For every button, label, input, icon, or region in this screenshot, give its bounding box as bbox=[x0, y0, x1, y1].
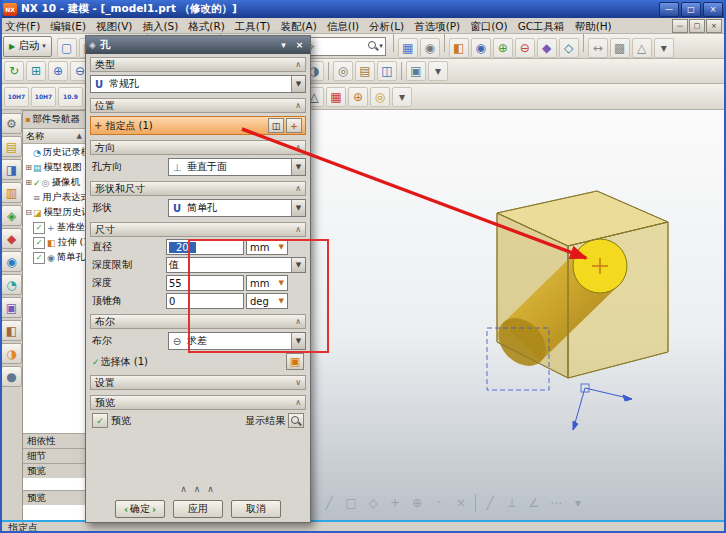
dropdown-arrow-icon[interactable]: ▼ bbox=[291, 333, 305, 349]
search-dropdown-icon[interactable]: ▾ bbox=[379, 42, 383, 50]
tree-item-simple-hole[interactable]: ✓ ◉ 简单孔 (2) bbox=[23, 250, 85, 265]
start-button[interactable]: ▶ 启动 ▾ bbox=[3, 36, 52, 57]
row3-more-icon[interactable]: ▾ bbox=[392, 87, 412, 107]
shape-select[interactable]: U 简单孔 ▼ bbox=[168, 199, 306, 217]
edge-blend-icon[interactable]: ◆ bbox=[537, 38, 557, 58]
expander-icon[interactable]: ⊞ bbox=[24, 163, 33, 172]
minimize-button[interactable]: — bbox=[659, 2, 679, 17]
gc-fit-icon[interactable]: 10H7 bbox=[31, 87, 56, 107]
fit-view-icon[interactable]: ⊞ bbox=[26, 61, 46, 81]
mdi-minimize-button[interactable]: — bbox=[672, 19, 688, 33]
dialog-titlebar[interactable]: ◈ 孔 ▾ × bbox=[86, 36, 310, 54]
name-column-header[interactable]: 名称 ▲ bbox=[23, 129, 85, 144]
refresh-icon[interactable]: ↻ bbox=[4, 61, 24, 81]
roles-icon[interactable]: ◑ bbox=[1, 343, 22, 364]
snap-rect-icon[interactable]: □ bbox=[341, 493, 361, 513]
snap-perp-icon[interactable]: ⊥ bbox=[502, 493, 522, 513]
window-icon[interactable]: ▦ bbox=[398, 38, 418, 58]
hole-type-select[interactable]: U 常规孔 ▼ bbox=[90, 75, 306, 93]
cancel-button[interactable]: 取消 bbox=[231, 500, 281, 518]
preview-checkbox[interactable]: ✓ bbox=[92, 413, 108, 428]
row2-more-icon[interactable]: ▾ bbox=[428, 61, 448, 81]
assembly-navigator-icon[interactable]: ▤ bbox=[1, 136, 22, 157]
subtract-icon[interactable]: ⊖ bbox=[515, 38, 535, 58]
dropdown-arrow-icon[interactable]: ▼ bbox=[291, 200, 305, 216]
close-button[interactable]: × bbox=[703, 2, 723, 17]
boolean-select[interactable]: ⊖ 求差 ▼ bbox=[168, 332, 306, 350]
ok-button[interactable]: ‹ 确定 › bbox=[115, 500, 165, 518]
snap-slash-icon[interactable]: ╱ bbox=[480, 493, 500, 513]
tree-item-model-views[interactable]: ⊞ ▤ 模型视图 bbox=[23, 160, 85, 175]
show-hide-icon[interactable]: ◎ bbox=[333, 61, 353, 81]
point-dialog-button[interactable]: ◫ bbox=[268, 118, 284, 133]
show-result-button[interactable] bbox=[288, 413, 304, 428]
sketch-point-button[interactable]: + bbox=[286, 118, 302, 133]
pattern-feature-icon[interactable]: ▩ bbox=[610, 38, 630, 58]
menu-file[interactable]: 文件(F) bbox=[0, 18, 45, 34]
reuse-library-icon[interactable]: ◈ bbox=[1, 205, 22, 226]
depth-unit-select[interactable]: mm ▼ bbox=[246, 275, 288, 291]
gc-tolerance-icon[interactable]: 10H7 bbox=[4, 87, 29, 107]
snap-angle-icon[interactable]: ∠ bbox=[524, 493, 544, 513]
depth-limit-select[interactable]: 值 ▼ bbox=[166, 257, 306, 273]
extrude-icon[interactable]: ◧ bbox=[449, 38, 469, 58]
web-browser-icon[interactable]: ◉ bbox=[1, 251, 22, 272]
target-point-icon[interactable]: ⊕ bbox=[348, 87, 368, 107]
chamfer-icon[interactable]: ◇ bbox=[559, 38, 579, 58]
menu-preferences[interactable]: 首选项(P) bbox=[409, 18, 465, 34]
section-position[interactable]: 位置 ∧ bbox=[90, 98, 306, 113]
hole-direction-select[interactable]: ⊥ 垂直于面 ▼ bbox=[168, 158, 306, 176]
tree-item-user-expressions[interactable]: ≡ 用户表达式 bbox=[23, 190, 85, 205]
hole-icon[interactable]: ◉ bbox=[471, 38, 491, 58]
tree-item-model-history[interactable]: ⊟ ◪ 模型历史记录 bbox=[23, 205, 85, 220]
menu-help[interactable]: 帮助(H) bbox=[570, 18, 617, 34]
dialog-collapse-arrows[interactable]: ∧ ∧ ∧ bbox=[90, 484, 306, 494]
dialog-options-icon[interactable]: ▾ bbox=[276, 38, 291, 52]
diameter-unit-select[interactable]: mm ▼ bbox=[246, 239, 288, 255]
snap-ellipsis-icon[interactable]: ⋯ bbox=[546, 493, 566, 513]
section-direction[interactable]: 方向 ∧ bbox=[90, 140, 306, 155]
snap-point-icon[interactable]: + bbox=[385, 493, 405, 513]
tree-item-datum-csys[interactable]: ✓ + 基准坐标系 (0) bbox=[23, 220, 85, 235]
concentric-icon[interactable]: ◎ bbox=[370, 87, 390, 107]
part-navigator-icon[interactable]: ▥ bbox=[1, 182, 22, 203]
specify-point-row[interactable]: + 指定点 (1) ◫ + bbox=[90, 116, 306, 135]
expander-icon[interactable]: ⊟ bbox=[24, 208, 33, 217]
menu-gc-toolbox[interactable]: GC工具箱 bbox=[513, 18, 570, 34]
snap-more-icon[interactable]: ▾ bbox=[568, 493, 588, 513]
clip-section-icon[interactable]: ◫ bbox=[377, 61, 397, 81]
tree-item-extrude[interactable]: ✓ ◧ 拉伸 (1) bbox=[23, 235, 85, 250]
unite-icon[interactable]: ⊕ bbox=[493, 38, 513, 58]
menu-edit[interactable]: 编辑(E) bbox=[45, 18, 91, 34]
select-body-row[interactable]: ✓ 选择体 (1) ▣ bbox=[90, 353, 306, 370]
tip-angle-unit-select[interactable]: deg ▼ bbox=[246, 293, 288, 309]
body-cube-button[interactable]: ▣ bbox=[286, 353, 304, 370]
menu-insert[interactable]: 插入(S) bbox=[137, 18, 183, 34]
new-file-icon[interactable]: ▢ bbox=[57, 38, 77, 58]
maximize-button[interactable]: □ bbox=[681, 2, 701, 17]
grid-icon[interactable]: ▦ bbox=[326, 87, 346, 107]
move-object-icon[interactable]: ↔ bbox=[588, 38, 608, 58]
apply-button[interactable]: 应用 bbox=[173, 500, 223, 518]
preview-panel-header-2[interactable]: 预览 bbox=[23, 490, 85, 505]
dropdown-arrow-icon[interactable]: ▼ bbox=[291, 159, 305, 175]
menu-analysis[interactable]: 分析(L) bbox=[364, 18, 409, 34]
snap-endpoint-icon[interactable]: ╱ bbox=[319, 493, 339, 513]
window-titlebar[interactable]: NX NX 10 - 建模 - [_model1.prt （修改的）] — □ … bbox=[0, 0, 726, 18]
manufacturing-wizard-icon[interactable]: ◧ bbox=[1, 320, 22, 341]
snap-center-icon[interactable]: ⊕ bbox=[407, 493, 427, 513]
details-panel-header[interactable]: 细节 bbox=[23, 448, 85, 463]
hd3d-tools-icon[interactable]: ◆ bbox=[1, 228, 22, 249]
snap-dot-icon[interactable]: · bbox=[429, 493, 449, 513]
section-type[interactable]: 类型 ∧ bbox=[90, 57, 306, 72]
section-shape-size[interactable]: 形状和尺寸 ∧ bbox=[90, 181, 306, 196]
snap-intersection-icon[interactable]: × bbox=[451, 493, 471, 513]
dialog-close-icon[interactable]: × bbox=[292, 38, 307, 52]
preview-panel-header[interactable]: 预览 bbox=[23, 463, 85, 478]
menu-view[interactable]: 视图(V) bbox=[91, 18, 137, 34]
menu-information[interactable]: 信息(I) bbox=[322, 18, 364, 34]
gc-precision-icon[interactable]: 10.9 bbox=[58, 87, 83, 107]
feature-checkbox[interactable]: ✓ bbox=[33, 222, 45, 234]
more-commands-icon[interactable]: ▾ bbox=[654, 38, 674, 58]
feature-checkbox[interactable]: ✓ bbox=[33, 237, 45, 249]
